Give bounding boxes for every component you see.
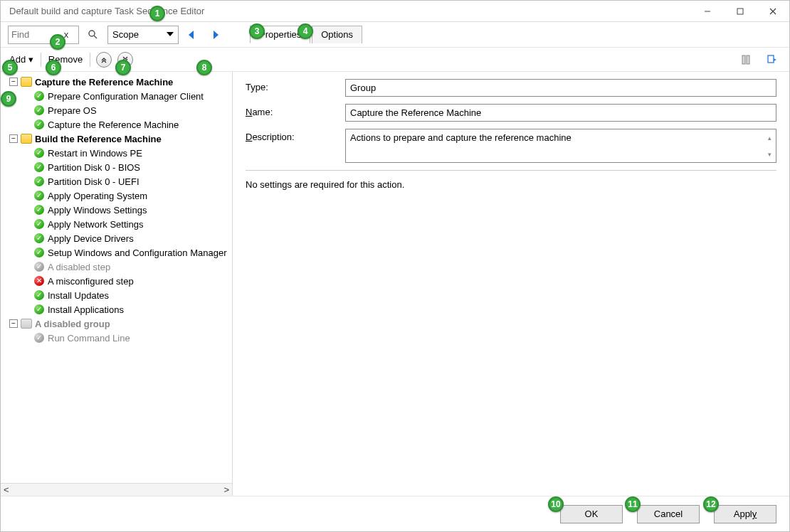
- properties-panel: Type: Name: Description: ▴ ▾ No settings…: [233, 72, 789, 496]
- tree-step[interactable]: ✓Apply Network Settings: [22, 217, 232, 231]
- folder-icon: [21, 318, 32, 329]
- task-tree[interactable]: −Capture the Reference Machine✓Prepare C…: [1, 72, 232, 483]
- tree-step[interactable]: ✓Prepare Configuration Manager Client: [22, 89, 232, 103]
- scope-label: Scope: [112, 29, 139, 40]
- move-up-button[interactable]: [96, 52, 112, 68]
- tree-step-label: Apply Device Drivers: [48, 233, 134, 244]
- tree-step[interactable]: ✓Partition Disk 0 - BIOS: [22, 160, 232, 174]
- status-ok-icon: ✓: [34, 219, 44, 229]
- status-ok-icon: ✓: [34, 233, 44, 243]
- status-ok-icon: ✓: [34, 304, 44, 314]
- status-ok-icon: ✓: [34, 290, 44, 300]
- find-clear-button[interactable]: x: [58, 29, 74, 40]
- tree-step[interactable]: ✓Install Applications: [22, 302, 232, 316]
- status-ok-icon: ✓: [34, 191, 44, 201]
- tree-step[interactable]: ✓A disabled step: [22, 260, 232, 274]
- tree-step[interactable]: ✓Setup Windows and Configuration Manager: [22, 245, 232, 260]
- svg-marker-6: [167, 32, 174, 36]
- type-field: [345, 79, 776, 97]
- expander-icon[interactable]: −: [9, 78, 18, 86]
- divider: [90, 53, 90, 67]
- tree-step[interactable]: ✓Apply Operating System: [22, 188, 232, 203]
- toolbar-edit-row: Add ▾ Remove: [1, 48, 789, 72]
- maximize-button[interactable]: [724, 1, 757, 22]
- scroll-down-icon[interactable]: ▾: [764, 146, 776, 162]
- status-ok-icon: ✓: [34, 248, 44, 257]
- titlebar: Default build and capture Task Sequence …: [1, 1, 789, 22]
- tree-step-label: Prepare Configuration Manager Client: [48, 91, 204, 102]
- svg-point-4: [89, 31, 95, 36]
- status-disabled-icon: ✓: [34, 262, 44, 272]
- divider: [246, 170, 776, 171]
- tree-step-label: Apply Operating System: [48, 191, 147, 201]
- tree-step-label: Install Applications: [48, 304, 124, 315]
- tree-group[interactable]: −Build the Reference Machine: [9, 132, 232, 146]
- close-button[interactable]: [757, 1, 789, 22]
- status-error-icon: ✕: [34, 276, 44, 286]
- tree-step-label: Apply Windows Settings: [48, 205, 147, 216]
- tree-group[interactable]: −A disabled group: [9, 316, 232, 331]
- tree-step[interactable]: ✓Capture the Reference Machine: [22, 117, 232, 132]
- expander-icon[interactable]: −: [9, 319, 18, 328]
- tree-step[interactable]: ✓Apply Windows Settings: [22, 203, 232, 217]
- nav-back-button[interactable]: [183, 26, 203, 44]
- nav-forward-button[interactable]: [207, 26, 227, 44]
- scroll-up-icon[interactable]: ▴: [764, 129, 776, 146]
- scroll-right-icon[interactable]: >: [223, 484, 229, 495]
- expander-icon[interactable]: −: [9, 134, 18, 143]
- tree-step[interactable]: ✓Prepare OS: [22, 103, 232, 117]
- description-scroll[interactable]: ▴ ▾: [764, 129, 776, 163]
- tree-horizontal-scrollbar[interactable]: < >: [1, 483, 232, 496]
- svg-rect-9: [742, 55, 745, 64]
- dropdown-caret-icon: ▾: [28, 54, 33, 65]
- dialog-footer: OK Cancel Apply: [1, 496, 789, 531]
- status-ok-icon: ✓: [34, 205, 44, 215]
- type-label: Type:: [246, 79, 345, 92]
- tree-step[interactable]: ✕A misconfigured step: [22, 274, 232, 288]
- svg-rect-11: [768, 55, 774, 63]
- add-button[interactable]: Add ▾: [8, 53, 35, 66]
- toolbar-extra-2-icon[interactable]: [762, 50, 782, 69]
- toolbar-extra-1-icon[interactable]: [737, 50, 757, 69]
- tree-step[interactable]: ✓Install Updates: [22, 288, 232, 302]
- tree-step[interactable]: ✓Run Command Line: [22, 331, 232, 345]
- tree-step[interactable]: ✓Restart in Windows PE: [22, 146, 232, 160]
- tree-step-label: A misconfigured step: [48, 276, 134, 287]
- tree-step-label: Prepare OS: [48, 105, 97, 116]
- tab-properties[interactable]: Properties: [250, 26, 310, 43]
- move-down-button[interactable]: [117, 52, 133, 68]
- minimize-button[interactable]: [691, 1, 724, 22]
- svg-rect-1: [737, 9, 743, 14]
- tree-step-label: Run Command Line: [48, 333, 130, 344]
- cancel-button[interactable]: Cancel: [637, 505, 700, 523]
- svg-marker-7: [189, 31, 194, 39]
- scroll-left-icon[interactable]: <: [4, 484, 9, 495]
- remove-button[interactable]: Remove: [47, 53, 84, 66]
- tree-step-label: Install Updates: [48, 290, 109, 301]
- tree-panel: −Capture the Reference Machine✓Prepare C…: [1, 72, 233, 496]
- description-field[interactable]: [345, 129, 764, 163]
- status-ok-icon: ✓: [34, 119, 44, 129]
- tree-step[interactable]: ✓Partition Disk 0 - UEFI: [22, 174, 232, 188]
- folder-icon: [21, 133, 32, 144]
- name-field[interactable]: [345, 104, 776, 122]
- find-input[interactable]: [9, 28, 58, 41]
- folder-icon: [21, 76, 32, 87]
- tree-step-label: Capture the Reference Machine: [48, 119, 179, 130]
- tree-step-label: A disabled step: [48, 262, 110, 272]
- tree-step-label: Restart in Windows PE: [48, 148, 142, 159]
- tree-group[interactable]: −Capture the Reference Machine: [9, 75, 232, 89]
- chevron-down-icon: [167, 29, 174, 40]
- ok-button[interactable]: OK: [560, 505, 623, 523]
- scope-dropdown[interactable]: Scope: [107, 26, 179, 44]
- description-label: Description:: [246, 129, 345, 142]
- tree-step[interactable]: ✓Apply Device Drivers: [22, 231, 232, 245]
- status-ok-icon: ✓: [34, 148, 44, 158]
- apply-button[interactable]: Apply: [714, 505, 776, 523]
- tree-group-label: Capture the Reference Machine: [35, 77, 173, 87]
- window-title: Default build and capture Task Sequence …: [9, 6, 204, 16]
- search-icon[interactable]: [83, 26, 103, 44]
- tree-step-label: Setup Windows and Configuration Manager: [48, 248, 226, 258]
- tab-options[interactable]: Options: [312, 26, 362, 43]
- find-box: x: [8, 26, 79, 44]
